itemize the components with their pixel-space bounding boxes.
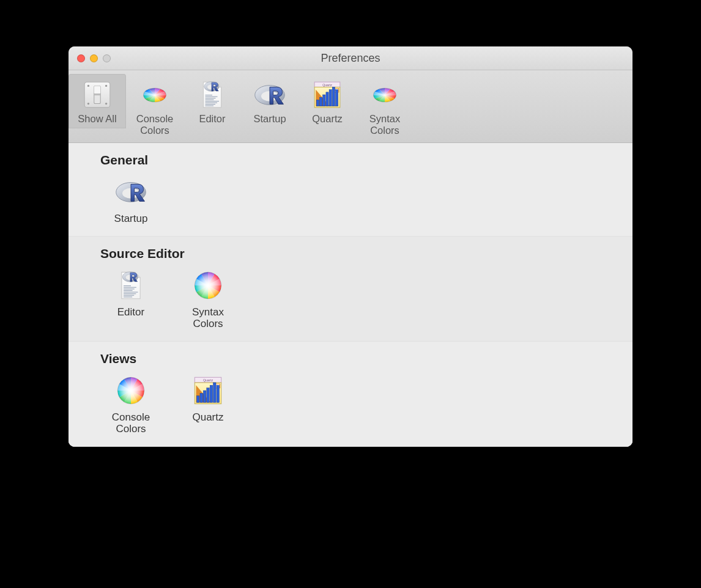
svg-rect-14 <box>206 101 219 101</box>
svg-rect-45 <box>124 295 134 295</box>
svg-rect-13 <box>206 100 214 100</box>
svg-point-51 <box>195 272 221 298</box>
pref-item-label: Editor <box>117 306 144 318</box>
titlebar: Preferences <box>69 46 632 70</box>
svg-point-3 <box>87 103 89 105</box>
svg-point-54 <box>117 377 144 403</box>
pref-item-startup[interactable]: Startup <box>100 175 161 225</box>
svg-rect-39 <box>124 285 131 286</box>
svg-rect-11 <box>206 97 218 97</box>
svg-rect-43 <box>124 292 138 292</box>
pref-item-label: Console Colors <box>112 411 150 435</box>
section-title: Views <box>69 345 632 370</box>
svg-rect-16 <box>206 104 216 105</box>
svg-rect-42 <box>124 290 133 290</box>
pref-item-editor[interactable]: Editor <box>100 268 161 330</box>
svg-point-2 <box>105 85 107 87</box>
color-wheel-icon <box>114 373 148 408</box>
toolbar-item-label: Syntax Colors <box>369 113 400 136</box>
document-r-icon <box>114 268 148 303</box>
window-title: Preferences <box>69 52 632 65</box>
section-items: Startup <box>69 171 632 225</box>
toolbar-item-show-all[interactable]: Show All <box>69 74 126 128</box>
toolbar-item-label: Startup <box>253 113 286 125</box>
svg-rect-17 <box>206 106 214 106</box>
switch-icon <box>80 78 114 112</box>
r-logo-icon <box>114 175 148 209</box>
svg-rect-28 <box>316 100 319 106</box>
svg-rect-29 <box>320 97 322 106</box>
section-items: Console Colors Quartz Quartz <box>69 370 632 435</box>
minimize-button[interactable] <box>90 54 98 62</box>
toolbar-item-label: Show All <box>78 113 116 125</box>
svg-rect-40 <box>124 287 136 287</box>
section-source-editor: Source Editor Editor Syntax Colors <box>69 237 632 342</box>
svg-rect-32 <box>329 90 332 106</box>
svg-rect-64 <box>207 388 209 402</box>
toolbar: Show All Console Colors Editor Startup <box>69 70 632 143</box>
svg-rect-31 <box>326 92 328 106</box>
section-title: Source Editor <box>69 240 632 265</box>
close-button[interactable] <box>77 54 85 62</box>
toolbar-item-editor[interactable]: Editor <box>184 74 241 128</box>
toolbar-item-syntax-colors[interactable]: Syntax Colors <box>356 74 414 140</box>
svg-text:Quartz: Quartz <box>322 83 332 87</box>
svg-rect-7 <box>94 94 100 95</box>
svg-rect-6 <box>94 86 100 94</box>
document-r-icon <box>195 78 229 112</box>
svg-point-1 <box>87 85 89 87</box>
svg-point-4 <box>105 103 107 105</box>
toolbar-item-quartz[interactable]: Quartz Quartz <box>299 74 356 128</box>
zoom-button[interactable] <box>103 54 111 62</box>
pref-item-label: Syntax Colors <box>192 306 224 330</box>
pref-item-console-colors[interactable]: Console Colors <box>100 373 161 435</box>
toolbar-item-startup[interactable]: Startup <box>241 74 299 128</box>
pref-item-label: Startup <box>114 213 148 225</box>
toolbar-item-label: Editor <box>199 113 225 125</box>
color-oval-icon <box>138 78 172 112</box>
preferences-content: General Startup Source Editor Ed <box>69 143 632 447</box>
svg-rect-67 <box>217 385 219 402</box>
quartz-chart-icon: Quartz <box>310 78 344 112</box>
pref-item-syntax-colors[interactable]: Syntax Colors <box>177 268 239 330</box>
section-general: General Startup <box>69 143 632 237</box>
svg-rect-33 <box>332 87 335 106</box>
pref-item-label: Quartz <box>192 411 223 424</box>
section-items: Editor Syntax Colors <box>69 265 632 330</box>
quartz-chart-icon: Quartz <box>191 373 225 408</box>
toolbar-item-label: Quartz <box>312 113 343 125</box>
svg-rect-63 <box>203 391 206 403</box>
svg-rect-34 <box>336 90 338 106</box>
color-oval-icon <box>368 78 402 112</box>
svg-rect-65 <box>210 385 212 402</box>
preferences-window: Preferences Show All Console Colors <box>69 46 632 447</box>
svg-rect-10 <box>206 95 212 95</box>
pref-item-quartz[interactable]: Quartz Quartz <box>177 373 239 435</box>
svg-rect-12 <box>206 98 216 98</box>
svg-rect-15 <box>206 103 217 103</box>
svg-rect-46 <box>124 296 132 297</box>
window-controls <box>69 54 111 62</box>
color-wheel-icon <box>191 268 225 303</box>
section-title: General <box>69 147 632 171</box>
toolbar-item-console-colors[interactable]: Console Colors <box>126 74 184 140</box>
svg-rect-61 <box>197 395 199 402</box>
svg-rect-41 <box>124 288 135 289</box>
svg-rect-66 <box>213 383 216 403</box>
r-logo-icon <box>253 78 287 112</box>
svg-rect-44 <box>124 293 136 294</box>
toolbar-item-label: Console Colors <box>136 113 174 136</box>
section-views: Views Console Colors Quartz Quartz <box>69 342 632 447</box>
svg-rect-30 <box>323 95 325 106</box>
svg-text:Quartz: Quartz <box>203 378 213 382</box>
svg-rect-62 <box>200 393 202 402</box>
